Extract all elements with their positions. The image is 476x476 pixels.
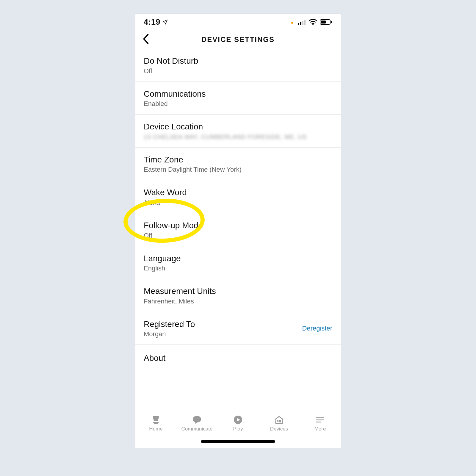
privacy-indicator-dot bbox=[291, 22, 293, 24]
svg-rect-16 bbox=[316, 422, 321, 422]
svg-rect-7 bbox=[331, 21, 332, 23]
home-indicator[interactable] bbox=[201, 440, 275, 443]
cellular-signal-icon bbox=[298, 20, 306, 25]
clock-text: 4:19 bbox=[144, 18, 160, 27]
tab-label: Communicate bbox=[181, 426, 213, 432]
tab-label: Devices bbox=[270, 426, 288, 432]
svg-point-10 bbox=[193, 416, 201, 422]
setting-device-location[interactable]: Device Location 13 Chelsea Way, Cumberla… bbox=[135, 115, 341, 148]
tab-home[interactable]: Home bbox=[140, 415, 172, 432]
phone-frame: 4:19 bbox=[135, 14, 341, 448]
svg-point-12 bbox=[277, 420, 279, 422]
svg-rect-9 bbox=[154, 423, 158, 424]
setting-value: Off bbox=[144, 232, 332, 239]
setting-value: Eastern Daylight Time (New York) bbox=[144, 166, 332, 173]
setting-value: Off bbox=[144, 67, 332, 75]
location-arrow-icon bbox=[162, 19, 168, 25]
devices-icon bbox=[274, 415, 284, 424]
tab-label: Play bbox=[233, 426, 243, 432]
tab-devices[interactable]: Devices bbox=[263, 415, 295, 432]
setting-about[interactable]: About bbox=[135, 345, 341, 371]
tab-communicate[interactable]: Communicate bbox=[181, 415, 213, 432]
home-icon bbox=[151, 415, 161, 424]
setting-label: Device Location bbox=[144, 122, 332, 132]
setting-measurement-units[interactable]: Measurement Units Fahrenheit, Miles bbox=[135, 279, 341, 312]
setting-label: Time Zone bbox=[144, 155, 332, 165]
svg-rect-2 bbox=[302, 21, 303, 25]
setting-label: Measurement Units bbox=[144, 286, 332, 296]
setting-value: Enabled bbox=[144, 100, 332, 108]
status-time: 4:19 bbox=[144, 18, 168, 27]
setting-language[interactable]: Language English bbox=[135, 246, 341, 279]
chat-bubble-icon bbox=[192, 415, 202, 424]
chevron-left-icon bbox=[142, 34, 150, 44]
more-icon bbox=[315, 415, 325, 424]
tab-more[interactable]: More bbox=[304, 415, 336, 432]
svg-rect-15 bbox=[316, 419, 324, 420]
setting-communications[interactable]: Communications Enabled bbox=[135, 82, 341, 115]
page-title: DEVICE SETTINGS bbox=[135, 35, 341, 44]
setting-label: Follow-up Mode bbox=[144, 220, 332, 231]
setting-registered-to[interactable]: Registered To Morgan Deregister bbox=[135, 312, 341, 345]
battery-icon bbox=[320, 19, 332, 25]
play-icon bbox=[233, 415, 243, 424]
svg-rect-1 bbox=[300, 22, 301, 25]
status-right-cluster bbox=[298, 19, 332, 25]
setting-value: Alexa bbox=[144, 199, 332, 206]
setting-wake-word[interactable]: Wake Word Alexa bbox=[135, 180, 341, 213]
svg-rect-8 bbox=[153, 422, 159, 423]
setting-label: Do Not Disturb bbox=[144, 56, 332, 66]
back-button[interactable] bbox=[142, 34, 150, 45]
setting-follow-up-mode[interactable]: Follow-up Mode Off bbox=[135, 213, 341, 246]
svg-point-4 bbox=[312, 24, 313, 25]
setting-value: English bbox=[144, 264, 332, 272]
setting-value: Fahrenheit, Miles bbox=[144, 298, 332, 305]
svg-rect-13 bbox=[279, 420, 281, 422]
tab-bar: Home Communicate Play bbox=[135, 411, 341, 448]
setting-value: 13 Chelsea Way, Cumberland Foreside, ME,… bbox=[144, 133, 332, 141]
setting-label: Wake Word bbox=[144, 187, 332, 198]
status-bar: 4:19 bbox=[135, 14, 341, 30]
setting-time-zone[interactable]: Time Zone Eastern Daylight Time (New Yor… bbox=[135, 148, 341, 181]
tab-play[interactable]: Play bbox=[222, 415, 254, 432]
svg-rect-6 bbox=[321, 21, 326, 24]
deregister-link[interactable]: Deregister bbox=[302, 325, 332, 332]
tab-label: Home bbox=[149, 426, 162, 432]
setting-label: Communications bbox=[144, 89, 332, 99]
svg-rect-14 bbox=[316, 417, 324, 418]
wifi-icon bbox=[309, 19, 317, 25]
nav-header: DEVICE SETTINGS bbox=[135, 30, 341, 49]
setting-label: About bbox=[144, 352, 332, 369]
setting-label: Language bbox=[144, 253, 332, 264]
setting-do-not-disturb[interactable]: Do Not Disturb Off bbox=[135, 49, 341, 82]
svg-rect-3 bbox=[304, 20, 306, 25]
tab-label: More bbox=[314, 426, 326, 432]
settings-list: Do Not Disturb Off Communications Enable… bbox=[135, 49, 341, 371]
svg-rect-0 bbox=[298, 23, 299, 25]
